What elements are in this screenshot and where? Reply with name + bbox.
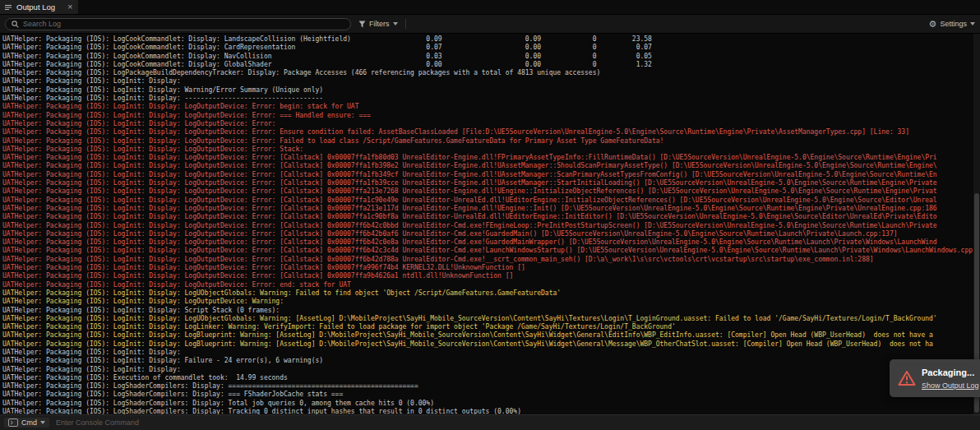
log-line: UATHelper: Packaging (IOS): LogInit: Dis… xyxy=(2,146,973,154)
log-line: UATHelper: Packaging (IOS): LogInit: Dis… xyxy=(2,366,973,374)
log-line: UATHelper: Packaging (IOS): LogInit: Dis… xyxy=(2,86,973,95)
log-line: UATHelper: Packaging (IOS): LogInit: Dis… xyxy=(2,103,973,111)
tab-title: Output Log xyxy=(16,2,55,12)
search-icon xyxy=(12,21,19,28)
log-line: UATHelper: Packaging (IOS): LogInit: Dis… xyxy=(2,230,973,238)
log-line: UATHelper: Packaging (IOS): LogInit: Dis… xyxy=(2,281,973,289)
log-line: UATHelper: Packaging (IOS): LogInit: Dis… xyxy=(2,197,973,205)
log-line: UATHelper: Packaging (IOS): LogInit: Dis… xyxy=(2,256,973,264)
log-line: UATHelper: Packaging (IOS): LogInit: Dis… xyxy=(2,154,973,162)
log-line: UATHelper: Packaging (IOS): LogInit: Dis… xyxy=(2,289,973,298)
output-log-window: Output Log × Filters ⚙ Settings UATHelpe xyxy=(0,0,980,430)
log-lines: UATHelper: Packaging (IOS): LogCookComma… xyxy=(2,35,973,414)
log-line: UATHelper: Packaging (IOS): LogInit: Dis… xyxy=(2,112,973,120)
log-line: UATHelper: Packaging (IOS): LogInit: Dis… xyxy=(2,272,973,280)
close-icon[interactable]: × xyxy=(67,2,72,12)
log-line: UATHelper: Packaging (IOS): LogInit: Dis… xyxy=(2,307,973,315)
filter-icon xyxy=(358,21,366,28)
console-command-bar: Cmd xyxy=(0,414,980,430)
log-line: UATHelper: Packaging (IOS): LogInit: Dis… xyxy=(2,357,973,365)
chevron-down-icon xyxy=(970,22,975,25)
log-line: UATHelper: Packaging (IOS): LogPackageBu… xyxy=(2,69,973,77)
cmd-dropdown[interactable]: Cmd xyxy=(4,418,49,428)
log-area[interactable]: UATHelper: Packaging (IOS): LogCookComma… xyxy=(0,34,980,414)
search-box[interactable] xyxy=(5,18,351,30)
log-line: UATHelper: Packaging (IOS): LogCookComma… xyxy=(2,53,973,61)
log-line: UATHelper: Packaging (IOS): LogInit: Dis… xyxy=(2,298,973,306)
log-line: UATHelper: Packaging (IOS): LogInit: Dis… xyxy=(2,120,973,128)
log-line: UATHelper: Packaging (IOS): LogInit: Dis… xyxy=(2,128,973,136)
log-line: UATHelper: Packaging (IOS): LogInit: Dis… xyxy=(2,222,973,230)
log-line: UATHelper: Packaging (IOS): LogShaderCom… xyxy=(2,408,973,414)
log-line: UATHelper: Packaging (IOS): LogInit: Dis… xyxy=(2,179,973,187)
toast-body: Packaging... Show Output Log xyxy=(922,368,979,390)
log-line: UATHelper: Packaging (IOS): LogShaderCom… xyxy=(2,400,973,408)
log-line: UATHelper: Packaging (IOS): LogInit: Dis… xyxy=(2,187,973,196)
tab-bar: Output Log × xyxy=(0,0,980,15)
toolbar-divider xyxy=(405,19,406,29)
log-line: UATHelper: Packaging (IOS): LogCookComma… xyxy=(2,44,973,52)
filters-button[interactable]: Filters xyxy=(358,20,398,28)
show-output-log-link[interactable]: Show Output Log xyxy=(922,381,979,390)
log-line: UATHelper: Packaging (IOS): LogInit: Dis… xyxy=(2,323,973,331)
log-line: UATHelper: Packaging (IOS): LogInit: Dis… xyxy=(2,264,973,272)
log-line: UATHelper: Packaging (IOS): Execution of… xyxy=(2,374,973,382)
search-input[interactable] xyxy=(23,20,344,28)
console-icon xyxy=(8,418,18,427)
log-line: UATHelper: Packaging (IOS): LogCookComma… xyxy=(2,35,973,44)
settings-button[interactable]: ⚙ Settings xyxy=(929,20,975,29)
log-line: UATHelper: Packaging (IOS): LogInit: Dis… xyxy=(2,171,973,179)
log-line: UATHelper: Packaging (IOS): LogShaderCom… xyxy=(2,382,973,391)
log-line: UATHelper: Packaging (IOS): LogInit: Dis… xyxy=(2,77,973,86)
log-line: UATHelper: Packaging (IOS): LogInit: Dis… xyxy=(2,205,973,213)
console-command-input[interactable] xyxy=(56,418,976,427)
packaging-notification-toast[interactable]: Packaging... Show Output Log xyxy=(890,359,980,397)
log-line: UATHelper: Packaging (IOS): LogInit: Dis… xyxy=(2,315,973,323)
toolbar: Filters ⚙ Settings xyxy=(0,15,980,34)
settings-label: Settings xyxy=(940,20,967,28)
gear-icon: ⚙ xyxy=(929,20,937,29)
warning-triangle-icon xyxy=(898,370,916,386)
log-line: UATHelper: Packaging (IOS): LogInit: Dis… xyxy=(2,162,973,170)
chevron-down-icon xyxy=(393,22,398,25)
toast-title: Packaging... xyxy=(922,368,979,377)
cmd-label: Cmd xyxy=(21,418,37,427)
log-line: UATHelper: Packaging (IOS): LogInit: Dis… xyxy=(2,95,973,103)
log-line: UATHelper: Packaging (IOS): LogInit: Dis… xyxy=(2,213,973,221)
log-line: UATHelper: Packaging (IOS): LogInit: Dis… xyxy=(2,349,973,357)
tab-output-log[interactable]: Output Log × xyxy=(0,0,78,14)
log-line: UATHelper: Packaging (IOS): LogCookComma… xyxy=(2,61,973,69)
log-line: UATHelper: Packaging (IOS): LogInit: Dis… xyxy=(2,247,973,255)
output-log-tab-icon xyxy=(4,3,12,12)
log-line: UATHelper: Packaging (IOS): LogInit: Dis… xyxy=(2,340,973,349)
vertical-scrollbar[interactable] xyxy=(973,34,980,414)
chevron-down-icon xyxy=(40,421,45,424)
log-line: UATHelper: Packaging (IOS): LogInit: Dis… xyxy=(2,331,973,340)
filters-label: Filters xyxy=(369,20,390,28)
log-line: UATHelper: Packaging (IOS): LogInit: Dis… xyxy=(2,238,973,247)
log-line: UATHelper: Packaging (IOS): LogInit: Dis… xyxy=(2,137,973,146)
log-line: UATHelper: Packaging (IOS): LogShaderCom… xyxy=(2,391,973,399)
